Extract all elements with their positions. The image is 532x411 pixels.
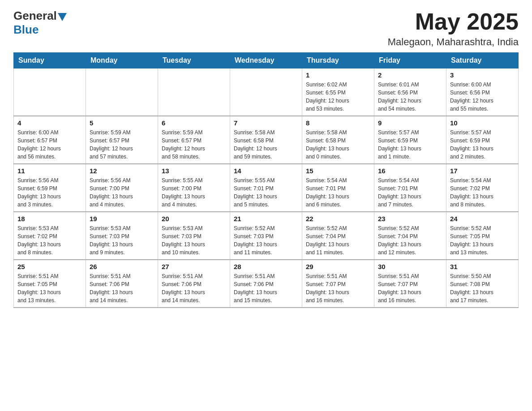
logo: General Blue <box>13 9 67 37</box>
calendar-cell: 10Sunrise: 5:57 AM Sunset: 6:59 PM Dayli… <box>446 116 519 164</box>
day-number: 14 <box>234 167 298 175</box>
day-number: 24 <box>450 215 515 223</box>
calendar-cell: 25Sunrise: 5:51 AM Sunset: 7:05 PM Dayli… <box>14 260 86 308</box>
calendar-cell <box>14 68 86 116</box>
day-number: 2 <box>378 71 442 79</box>
day-number: 1 <box>306 71 370 79</box>
calendar-cell: 19Sunrise: 5:53 AM Sunset: 7:03 PM Dayli… <box>86 212 158 260</box>
calendar-week-row: 1Sunrise: 6:02 AM Sunset: 6:55 PM Daylig… <box>14 68 519 116</box>
day-info: Sunrise: 5:56 AM Sunset: 7:00 PM Dayligh… <box>90 176 154 209</box>
weekday-header-thursday: Thursday <box>302 53 374 68</box>
day-number: 19 <box>90 215 154 223</box>
calendar-cell: 7Sunrise: 5:58 AM Sunset: 6:58 PM Daylig… <box>230 116 302 164</box>
title-block: May 2025 Malegaon, Maharashtra, India <box>388 9 519 48</box>
day-info: Sunrise: 5:51 AM Sunset: 7:06 PM Dayligh… <box>90 272 154 304</box>
day-info: Sunrise: 5:52 AM Sunset: 7:05 PM Dayligh… <box>450 224 515 257</box>
day-info: Sunrise: 6:02 AM Sunset: 6:55 PM Dayligh… <box>306 81 370 113</box>
calendar-cell: 30Sunrise: 5:51 AM Sunset: 7:07 PM Dayli… <box>374 260 446 308</box>
day-info: Sunrise: 6:01 AM Sunset: 6:56 PM Dayligh… <box>378 81 442 113</box>
day-info: Sunrise: 5:54 AM Sunset: 7:02 PM Dayligh… <box>450 176 515 209</box>
calendar-cell: 22Sunrise: 5:52 AM Sunset: 7:04 PM Dayli… <box>302 212 374 260</box>
calendar-cell: 26Sunrise: 5:51 AM Sunset: 7:06 PM Dayli… <box>86 260 158 308</box>
calendar-cell <box>86 68 158 116</box>
day-number: 30 <box>378 263 442 270</box>
calendar-cell: 6Sunrise: 5:59 AM Sunset: 6:57 PM Daylig… <box>158 116 230 164</box>
day-number: 11 <box>17 167 82 175</box>
day-number: 22 <box>306 215 370 223</box>
weekday-header-monday: Monday <box>86 53 158 68</box>
day-info: Sunrise: 5:52 AM Sunset: 7:04 PM Dayligh… <box>306 224 370 257</box>
day-info: Sunrise: 5:57 AM Sunset: 6:59 PM Dayligh… <box>378 128 442 161</box>
day-number: 28 <box>234 263 298 270</box>
weekday-header-tuesday: Tuesday <box>158 53 230 68</box>
day-number: 25 <box>17 263 82 270</box>
day-number: 17 <box>450 167 515 175</box>
day-number: 26 <box>90 263 154 270</box>
calendar-cell: 1Sunrise: 6:02 AM Sunset: 6:55 PM Daylig… <box>302 68 374 116</box>
day-number: 6 <box>162 119 226 127</box>
day-number: 4 <box>17 119 82 127</box>
day-number: 20 <box>162 215 226 223</box>
day-number: 8 <box>306 119 370 127</box>
day-info: Sunrise: 5:53 AM Sunset: 7:02 PM Dayligh… <box>17 224 82 257</box>
day-number: 10 <box>450 119 515 127</box>
calendar-cell: 23Sunrise: 5:52 AM Sunset: 7:04 PM Dayli… <box>374 212 446 260</box>
day-number: 27 <box>162 263 226 270</box>
day-info: Sunrise: 5:52 AM Sunset: 7:04 PM Dayligh… <box>378 224 442 257</box>
weekday-header-saturday: Saturday <box>446 53 519 68</box>
calendar-cell: 31Sunrise: 5:50 AM Sunset: 7:08 PM Dayli… <box>446 260 519 308</box>
day-info: Sunrise: 5:51 AM Sunset: 7:06 PM Dayligh… <box>162 272 226 304</box>
day-number: 31 <box>450 263 515 270</box>
calendar-cell: 21Sunrise: 5:52 AM Sunset: 7:03 PM Dayli… <box>230 212 302 260</box>
calendar-cell: 8Sunrise: 5:58 AM Sunset: 6:58 PM Daylig… <box>302 116 374 164</box>
calendar-cell: 24Sunrise: 5:52 AM Sunset: 7:05 PM Dayli… <box>446 212 519 260</box>
location-title: Malegaon, Maharashtra, India <box>388 36 519 48</box>
day-number: 7 <box>234 119 298 127</box>
calendar-cell <box>230 68 302 116</box>
calendar-cell: 27Sunrise: 5:51 AM Sunset: 7:06 PM Dayli… <box>158 260 230 308</box>
calendar-cell: 17Sunrise: 5:54 AM Sunset: 7:02 PM Dayli… <box>446 164 519 212</box>
day-number: 23 <box>378 215 442 223</box>
day-info: Sunrise: 5:52 AM Sunset: 7:03 PM Dayligh… <box>234 224 298 257</box>
day-number: 9 <box>378 119 442 127</box>
calendar-week-row: 25Sunrise: 5:51 AM Sunset: 7:05 PM Dayli… <box>14 260 519 308</box>
day-info: Sunrise: 5:54 AM Sunset: 7:01 PM Dayligh… <box>378 176 442 209</box>
day-info: Sunrise: 5:57 AM Sunset: 6:59 PM Dayligh… <box>450 128 515 161</box>
day-info: Sunrise: 6:00 AM Sunset: 6:56 PM Dayligh… <box>450 81 515 113</box>
weekday-header-sunday: Sunday <box>14 53 86 68</box>
day-info: Sunrise: 6:00 AM Sunset: 6:57 PM Dayligh… <box>17 128 82 161</box>
calendar-table: SundayMondayTuesdayWednesdayThursdayFrid… <box>13 52 519 308</box>
calendar-cell: 4Sunrise: 6:00 AM Sunset: 6:57 PM Daylig… <box>14 116 86 164</box>
calendar-cell: 18Sunrise: 5:53 AM Sunset: 7:02 PM Dayli… <box>14 212 86 260</box>
calendar-cell: 11Sunrise: 5:56 AM Sunset: 6:59 PM Dayli… <box>14 164 86 212</box>
day-info: Sunrise: 5:54 AM Sunset: 7:01 PM Dayligh… <box>306 176 370 209</box>
day-info: Sunrise: 5:51 AM Sunset: 7:07 PM Dayligh… <box>378 272 442 304</box>
calendar-week-row: 4Sunrise: 6:00 AM Sunset: 6:57 PM Daylig… <box>14 116 519 164</box>
calendar-cell: 2Sunrise: 6:01 AM Sunset: 6:56 PM Daylig… <box>374 68 446 116</box>
day-info: Sunrise: 5:58 AM Sunset: 6:58 PM Dayligh… <box>306 128 370 161</box>
logo-triangle-icon <box>58 13 67 21</box>
day-info: Sunrise: 5:50 AM Sunset: 7:08 PM Dayligh… <box>450 272 515 304</box>
calendar-cell: 9Sunrise: 5:57 AM Sunset: 6:59 PM Daylig… <box>374 116 446 164</box>
day-number: 29 <box>306 263 370 270</box>
day-info: Sunrise: 5:55 AM Sunset: 7:00 PM Dayligh… <box>162 176 226 209</box>
calendar-cell: 14Sunrise: 5:55 AM Sunset: 7:01 PM Dayli… <box>230 164 302 212</box>
day-info: Sunrise: 5:51 AM Sunset: 7:06 PM Dayligh… <box>234 272 298 304</box>
day-info: Sunrise: 5:55 AM Sunset: 7:01 PM Dayligh… <box>234 176 298 209</box>
day-number: 3 <box>450 71 515 79</box>
day-info: Sunrise: 5:51 AM Sunset: 7:07 PM Dayligh… <box>306 272 370 304</box>
calendar-cell: 29Sunrise: 5:51 AM Sunset: 7:07 PM Dayli… <box>302 260 374 308</box>
day-info: Sunrise: 5:56 AM Sunset: 6:59 PM Dayligh… <box>17 176 82 209</box>
logo-blue-part <box>57 11 67 21</box>
weekday-header-friday: Friday <box>374 53 446 68</box>
calendar-cell: 3Sunrise: 6:00 AM Sunset: 6:56 PM Daylig… <box>446 68 519 116</box>
calendar-cell: 13Sunrise: 5:55 AM Sunset: 7:00 PM Dayli… <box>158 164 230 212</box>
weekday-header-wednesday: Wednesday <box>230 53 302 68</box>
logo-blue-text: Blue <box>13 23 39 37</box>
day-info: Sunrise: 5:53 AM Sunset: 7:03 PM Dayligh… <box>90 224 154 257</box>
logo-general-text: General <box>13 9 57 23</box>
weekday-header-row: SundayMondayTuesdayWednesdayThursdayFrid… <box>14 53 519 68</box>
day-number: 5 <box>90 119 154 127</box>
calendar-cell <box>158 68 230 116</box>
day-number: 16 <box>378 167 442 175</box>
